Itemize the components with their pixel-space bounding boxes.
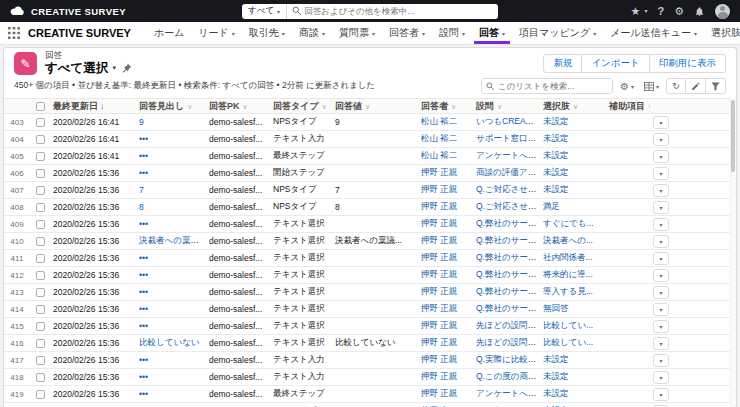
respondent-link[interactable]: 押野 正親 (421, 320, 457, 330)
choice-link[interactable]: 社内関係者... (543, 252, 593, 262)
column-header-question[interactable]: 設問∨ (473, 99, 540, 114)
table-row[interactable]: 415 2020/02/26 15:36 ••• demo-salesf... … (4, 318, 736, 335)
choice-link[interactable]: 無回答 (543, 303, 569, 313)
list-view-caret-icon[interactable]: ▾ (112, 64, 116, 72)
display-as-button[interactable]: ▾ (641, 82, 662, 91)
app-launcher-icon[interactable] (8, 27, 20, 39)
respondent-link[interactable]: 松山 裕二 (421, 133, 457, 143)
question-link[interactable]: アンケートへのご協力... (476, 150, 540, 160)
row-actions-button[interactable]: ▾ (653, 252, 669, 265)
table-row[interactable]: 416 2020/02/26 15:36 比較していない demo-salesf… (4, 335, 736, 352)
question-link[interactable]: Q.弊社のサービスのご... (476, 235, 540, 245)
nav-tab-2[interactable]: リード▾ (191, 22, 241, 44)
column-header-aux[interactable]: 補助項目∨ (606, 99, 650, 114)
pin-icon[interactable] (122, 63, 132, 73)
answer-heading-link[interactable]: ••• (139, 270, 148, 280)
answer-heading-link[interactable]: ••• (139, 321, 148, 331)
choice-link[interactable]: 導入する見... (543, 286, 593, 296)
nav-tab-1[interactable]: ホーム (147, 22, 191, 44)
answer-heading-link[interactable]: ••• (139, 253, 148, 263)
row-checkbox[interactable] (36, 220, 45, 229)
choice-link[interactable]: 将来的に導... (543, 269, 593, 279)
row-actions-button[interactable]: ▾ (653, 337, 669, 350)
global-search-input[interactable] (304, 6, 498, 16)
respondent-link[interactable]: 押野 正親 (421, 354, 457, 364)
choice-link[interactable]: すぐにでも... (543, 218, 594, 228)
favorites-caret-icon[interactable]: ▾ (644, 8, 647, 14)
list-view-title[interactable]: すべて選択 (45, 61, 108, 75)
answer-heading-link[interactable]: 8 (139, 202, 144, 212)
column-header-choice[interactable]: 選択肢∨ (540, 99, 606, 114)
nav-tab-10[interactable]: メール送信キュー▾ (603, 22, 704, 44)
respondent-link[interactable]: 押野 正親 (421, 303, 457, 313)
table-row[interactable]: 410 2020/02/26 15:36 決裁者への稟議... demo-sal… (4, 233, 736, 250)
list-search-input[interactable] (498, 81, 608, 91)
table-row[interactable]: 419 2020/02/26 15:36 ••• demo-salesf... … (4, 386, 736, 403)
brand-logo[interactable]: CREATIVE SURVEY (10, 6, 126, 17)
table-row[interactable]: 409 2020/02/26 15:36 ••• demo-salesf... … (4, 216, 736, 233)
row-actions-button[interactable]: ▾ (653, 303, 669, 316)
table-row[interactable]: 412 2020/02/26 15:36 ••• demo-salesf... … (4, 267, 736, 284)
row-actions-button[interactable]: ▾ (653, 235, 669, 248)
help-icon[interactable]: ? (657, 6, 664, 17)
question-link[interactable]: いつもCREATIVE SURV... (476, 116, 540, 126)
answer-heading-link[interactable]: 7 (139, 185, 144, 195)
row-actions-button[interactable]: ▾ (653, 371, 669, 384)
answer-heading-link[interactable]: 比較していない (139, 337, 200, 347)
respondent-link[interactable]: 松山 裕二 (421, 116, 457, 126)
row-checkbox[interactable] (36, 186, 45, 195)
table-row[interactable]: 407 2020/02/26 15:36 7 demo-salesf... NP… (4, 182, 736, 199)
nav-tab-11[interactable]: 選択肢▾ (704, 22, 740, 44)
question-link[interactable]: Q.ご対応させていただ... (476, 201, 540, 211)
row-checkbox[interactable] (36, 254, 45, 263)
question-link[interactable]: 先ほどの設問で「(QS)... (476, 337, 540, 347)
choice-link[interactable]: 満足 (543, 201, 560, 211)
row-checkbox[interactable] (36, 271, 45, 280)
choice-link[interactable]: 未設定 (543, 388, 569, 398)
answer-heading-link[interactable]: ••• (139, 287, 148, 297)
respondent-link[interactable]: 押野 正親 (421, 388, 457, 398)
question-link[interactable]: Q.弊社のサービスのご... (476, 303, 540, 313)
user-avatar[interactable] (715, 4, 730, 19)
choice-link[interactable]: 未設定 (543, 354, 569, 364)
row-checkbox[interactable] (36, 152, 45, 161)
respondent-link[interactable]: 押野 正親 (421, 167, 457, 177)
question-link[interactable]: サポート窓口の対応評... (476, 133, 540, 143)
choice-link[interactable]: 未設定 (543, 167, 569, 177)
answer-heading-link[interactable]: ••• (139, 389, 148, 399)
question-link[interactable]: Q.弊社のサービスのご... (476, 218, 540, 228)
respondent-link[interactable]: 松山 裕二 (421, 150, 457, 160)
choice-link[interactable]: 未設定 (543, 184, 569, 194)
choice-link[interactable]: 未設定 (543, 371, 569, 381)
nav-tab-4[interactable]: 商談▾ (292, 22, 332, 44)
search-scope-button[interactable]: すべて ▾ (242, 4, 287, 19)
row-checkbox[interactable] (36, 135, 45, 144)
table-row[interactable]: 404 2020/02/26 16:41 ••• demo-salesf... … (4, 131, 736, 148)
row-actions-button[interactable]: ▾ (653, 388, 669, 401)
row-checkbox[interactable] (36, 390, 45, 399)
row-checkbox[interactable] (36, 288, 45, 297)
row-checkbox[interactable] (36, 356, 45, 365)
question-link[interactable]: 商談の評価アンケート... (476, 167, 540, 177)
row-actions-button[interactable]: ▾ (653, 286, 669, 299)
row-checkbox[interactable] (36, 203, 45, 212)
table-row[interactable]: 406 2020/02/26 15:36 ••• demo-salesf... … (4, 165, 736, 182)
table-row[interactable]: 405 2020/02/26 16:41 ••• demo-salesf... … (4, 148, 736, 165)
choice-link[interactable]: 未設定 (543, 116, 569, 126)
column-header-answer-type[interactable]: 回答タイプ∨ (270, 99, 332, 114)
row-actions-button[interactable]: ▾ (653, 133, 669, 146)
answer-heading-link[interactable]: ••• (139, 168, 148, 178)
row-checkbox[interactable] (36, 305, 45, 314)
row-checkbox[interactable] (36, 339, 45, 348)
row-checkbox[interactable] (36, 118, 45, 127)
question-link[interactable]: Q.実際に比較されてい... (476, 354, 540, 364)
row-actions-button[interactable]: ▾ (653, 150, 669, 163)
choice-link[interactable]: 比較してい... (543, 337, 593, 347)
nav-tab-9[interactable]: 項目マッピング▾ (512, 22, 603, 44)
answer-heading-link[interactable]: ••• (139, 355, 148, 365)
row-actions-button[interactable]: ▾ (653, 116, 669, 129)
list-view-controls-button[interactable]: ⚙ ▾ (617, 81, 637, 92)
row-actions-button[interactable]: ▾ (653, 167, 669, 180)
column-header-answer-pk[interactable]: 回答PK∨ (206, 99, 270, 114)
choice-link[interactable]: 比較してい... (543, 320, 593, 330)
